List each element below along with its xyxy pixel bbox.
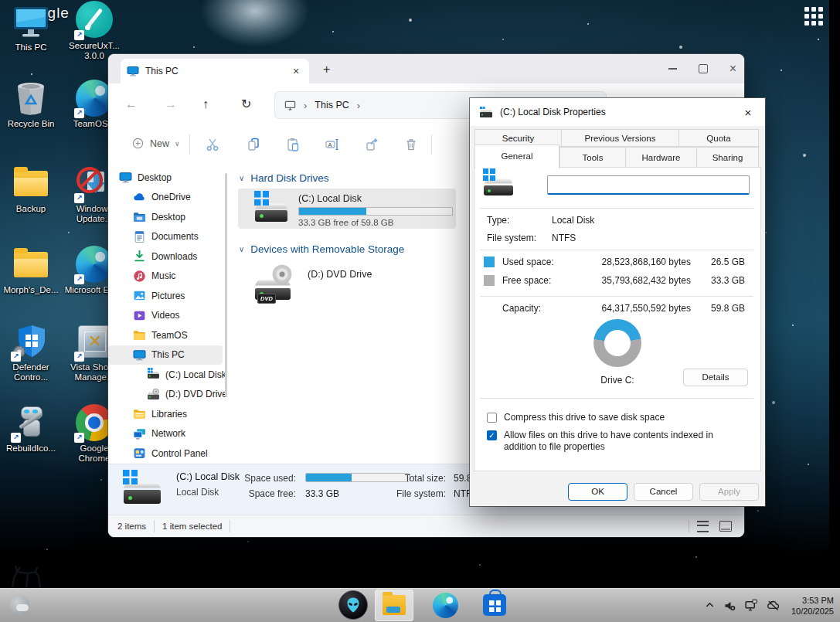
drive-label: Drive C:: [586, 375, 649, 386]
group-hard-disk-drives[interactable]: ∨ Hard Disk Drives: [239, 172, 329, 184]
tab-hardware[interactable]: Hardware: [625, 147, 697, 168]
tab-sharing[interactable]: Sharing: [696, 147, 759, 168]
dialog-title: (C:) Local Disk Properties: [500, 107, 733, 117]
details-button[interactable]: Details: [683, 369, 748, 386]
tab-close-icon[interactable]: ×: [289, 65, 303, 77]
desktop-icon-morphs-folder[interactable]: Morph's_De...: [1, 245, 61, 295]
share-icon[interactable]: [365, 137, 380, 152]
desktop-icon-rebuildicons[interactable]: ↗ RebuildIco...: [1, 403, 61, 454]
type-value: Local Disk: [552, 215, 594, 226]
apply-button[interactable]: Apply: [699, 483, 759, 501]
sidebar-item-network[interactable]: Network: [108, 424, 223, 444]
desktop-icon-defender-control[interactable]: ↗ Defender Contro...: [1, 322, 61, 382]
desktop-icon-backup[interactable]: Backup: [1, 164, 61, 214]
sidebar-item-desktop-top[interactable]: Desktop: [108, 168, 223, 188]
desktop-icon-this-pc[interactable]: This PC: [1, 2, 61, 53]
new-button[interactable]: New ∨: [125, 134, 186, 153]
tab-general[interactable]: General: [474, 144, 559, 168]
refresh-button[interactable]: ↻: [241, 97, 251, 112]
capacity-bytes: 64,317,550,592 bytes: [602, 303, 691, 314]
dialog-title-bar: (C:) Local Disk Properties ×: [470, 98, 765, 126]
tray-chevron-up-icon[interactable]: [704, 600, 716, 611]
computer-icon: [284, 100, 296, 111]
onedrive-disconnected-icon[interactable]: [766, 600, 780, 612]
compress-checkbox[interactable]: [487, 413, 497, 423]
delete-icon[interactable]: [403, 137, 419, 152]
taskbar-store-button[interactable]: [483, 594, 506, 616]
display-device-icon[interactable]: [744, 599, 758, 612]
drive-usage-bar: [298, 207, 453, 216]
sidebar-item-onedrive[interactable]: OneDrive: [108, 188, 223, 208]
sidebar-item-drive-c[interactable]: (C:) Local Disk: [108, 365, 223, 385]
used-space-label: Used space:: [502, 257, 554, 267]
maximize-button[interactable]: [699, 64, 708, 73]
rename-icon[interactable]: A: [325, 137, 340, 152]
taskbar-file-explorer-button[interactable]: [375, 590, 413, 621]
close-button[interactable]: ×: [729, 63, 736, 75]
back-button[interactable]: ←: [125, 97, 138, 112]
volume-label-input[interactable]: [547, 175, 750, 195]
group-removable-storage[interactable]: ∨ Devices with Removable Storage: [239, 243, 404, 255]
compress-label: Compress this drive to save disk space: [504, 412, 748, 423]
sidebar-item-videos[interactable]: Videos: [108, 306, 223, 326]
sidebar-item-control-panel[interactable]: Control Panel: [108, 444, 223, 464]
sidebar-item-teamos[interactable]: TeamOS: [108, 325, 223, 345]
status-bar: 2 items 1 item selected: [108, 515, 744, 537]
ok-button[interactable]: OK: [568, 483, 627, 501]
onedrive-cloud-icon: [133, 191, 146, 204]
capacity-gb: 59.8 GB: [711, 303, 745, 314]
sidebar-item-this-pc[interactable]: This PC: [108, 345, 223, 365]
sidebar-item-desktop-folder[interactable]: Desktop: [108, 207, 223, 227]
sidebar-scrollbar[interactable]: [225, 173, 227, 397]
widgets-weather-icon[interactable]: [9, 595, 29, 615]
up-button[interactable]: ↑: [202, 97, 209, 112]
drive-c-icon: [122, 474, 162, 505]
videos-icon: [133, 309, 146, 322]
sidebar-item-libraries[interactable]: Libraries: [108, 404, 223, 424]
cut-icon[interactable]: [205, 137, 220, 152]
cancel-button[interactable]: Cancel: [634, 483, 693, 501]
desktop-icon-secureuxt[interactable]: ↗ SecureUxT... 3.0.0: [64, 1, 124, 61]
sidebar-item-downloads[interactable]: Downloads: [108, 246, 223, 267]
drive-c-icon: [147, 368, 160, 381]
explorer-sidebar: Desktop OneDrive Desktop Documents Downl…: [108, 162, 230, 464]
chevron-down-icon: ∨: [239, 245, 244, 253]
breadcrumb-this-pc[interactable]: This PC: [315, 100, 349, 110]
index-checkbox[interactable]: ✓: [487, 430, 497, 440]
sidebar-item-drive-d[interactable]: (D:) DVD Drive: [108, 385, 223, 405]
stars-decoration: [0, 0, 2, 2]
tab-this-pc[interactable]: This PC ×: [121, 59, 309, 83]
dialog-close-icon[interactable]: ×: [740, 106, 756, 119]
tray-clock[interactable]: 3:53 PM 10/20/2025: [791, 595, 834, 617]
apps-grid-icon[interactable]: [804, 7, 823, 25]
sidebar-item-music[interactable]: Music: [108, 267, 223, 287]
control-panel-icon: [133, 447, 146, 460]
items-count: 2 items: [117, 522, 146, 531]
backup-folder-icon: [12, 164, 50, 202]
sidebar-item-pictures[interactable]: Pictures: [108, 286, 223, 306]
new-tab-button[interactable]: +: [323, 63, 330, 76]
tab-title: This PC: [145, 66, 289, 76]
drive-c-item[interactable]: (C:) Local Disk 33.3 GB free of 59.8 GB: [238, 189, 456, 229]
volume-muted-icon[interactable]: [723, 600, 736, 612]
shortcut-badge-icon: ↗: [74, 30, 84, 40]
taskbar-edge-button[interactable]: [433, 593, 458, 618]
large-icons-view-button[interactable]: [719, 521, 732, 532]
copy-icon[interactable]: [246, 137, 261, 152]
tab-previous-versions[interactable]: Previous Versions: [561, 129, 679, 147]
tab-quota[interactable]: Quota: [678, 129, 759, 147]
sidebar-item-documents[interactable]: Documents: [108, 227, 223, 247]
tab-tools[interactable]: Tools: [559, 147, 626, 168]
start-button[interactable]: [338, 590, 368, 620]
selection-count: 1 item selected: [162, 522, 222, 531]
shortcut-badge-icon: ↗: [11, 433, 21, 443]
desktop-icon-recycle-bin[interactable]: Recycle Bin: [1, 79, 61, 129]
deer-silhouette: [5, 561, 46, 589]
free-space-gb: 33.3 GB: [711, 275, 745, 286]
paste-icon[interactable]: [285, 137, 301, 152]
forward-button[interactable]: →: [165, 97, 177, 112]
shortcut-badge-icon: ↗: [74, 352, 84, 362]
dvd-drive-item[interactable]: DVD (D:) DVD Drive: [238, 261, 456, 304]
minimize-button[interactable]: [668, 68, 677, 70]
details-view-button[interactable]: [697, 521, 709, 532]
